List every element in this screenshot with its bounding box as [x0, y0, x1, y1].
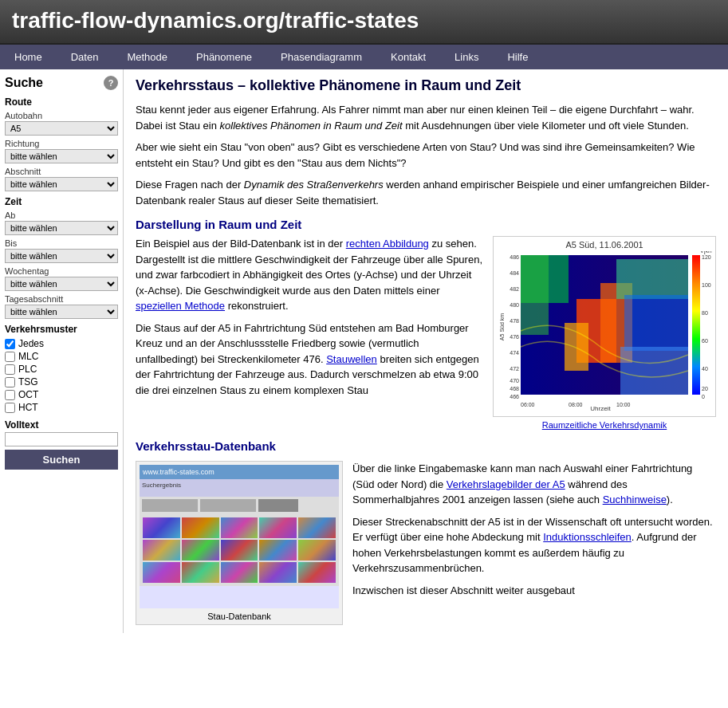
induktionsschleifen-link[interactable]: Induktionsschleifen — [543, 531, 632, 543]
db-thumb-4 — [259, 517, 297, 538]
verkehrsmuster-label: Verkehrsmuster — [5, 324, 118, 335]
sidebar-search-header: Suche ? — [5, 76, 118, 90]
section1-title: Darstellung in Raum und Zeit — [136, 218, 716, 231]
checkbox-plc-label: PLC — [18, 364, 37, 375]
traffic-chart-svg: 486 484 482 480 478 476 474 472 470 468 … — [497, 251, 712, 411]
db-thumb-2 — [182, 517, 219, 538]
checkbox-mlc-label: MLC — [18, 351, 38, 362]
section1-content: Ein Beispiel aus der Bild-Datenbank ist … — [136, 236, 716, 430]
svg-text:478: 478 — [510, 318, 519, 324]
section1-para2: Die Staus auf der A5 in Fahrtrichtung Sü… — [136, 321, 483, 399]
checkbox-jedes: Jedes — [5, 338, 118, 349]
intro-para3: Diese Fragen nach der Dynamik des Straße… — [136, 177, 716, 208]
svg-text:484: 484 — [510, 270, 519, 276]
db-caption: Stau-Datenbank — [140, 612, 339, 621]
db-para3: Inzwischen ist dieser Abschnitt weiter a… — [352, 583, 716, 599]
stauwellen-link[interactable]: Stauwellen — [326, 353, 377, 365]
svg-text:470: 470 — [510, 378, 519, 384]
db-thumb-14 — [259, 562, 297, 583]
nav-hilfe[interactable]: Hilfe — [493, 45, 542, 69]
db-control1 — [142, 499, 198, 512]
spezielle-methode-link[interactable]: speziellen Methode — [136, 300, 225, 312]
nav-methode[interactable]: Methode — [112, 45, 182, 69]
chart-svg-wrapper: 486 484 482 480 478 476 474 472 470 468 … — [497, 251, 712, 413]
ab-select[interactable]: bitte wählen — [5, 221, 118, 235]
db-thumbnail-grid — [140, 514, 339, 586]
svg-text:60: 60 — [702, 338, 708, 344]
db-search-bar: Suchergebnis — [140, 479, 339, 497]
svg-text:486: 486 — [510, 254, 519, 260]
volltext-input[interactable] — [5, 432, 118, 446]
svg-text:40: 40 — [702, 366, 708, 372]
richtung-label: Richtung — [5, 139, 118, 148]
checkbox-plc-input[interactable] — [5, 364, 15, 375]
db-para2: Dieser Streckenabschnitt der A5 ist in d… — [352, 514, 716, 576]
checkbox-hct-input[interactable] — [5, 403, 15, 413]
svg-rect-7 — [616, 259, 688, 299]
db-thumb-5 — [298, 517, 336, 538]
nav-links[interactable]: Links — [440, 45, 493, 69]
suchen-button[interactable]: Suchen — [5, 450, 118, 470]
db-thumb-13 — [221, 562, 258, 583]
rechten-abbildung-link[interactable]: rechten Abbildung — [346, 238, 429, 250]
checkbox-tsg-label: TSG — [18, 376, 38, 387]
section2-content: www.traffic-states.com Suchergebnis — [136, 461, 716, 625]
checkbox-plc: PLC — [5, 364, 118, 375]
svg-text:476: 476 — [510, 334, 519, 340]
svg-text:468: 468 — [510, 386, 519, 391]
svg-text:466: 466 — [510, 394, 519, 399]
checkbox-jedes-label: Jedes — [18, 338, 44, 349]
nav-phasendiagramm[interactable]: Phasendiagramm — [266, 45, 376, 69]
svg-text:20: 20 — [702, 386, 708, 391]
svg-rect-8 — [624, 295, 688, 351]
svg-text:482: 482 — [510, 286, 519, 292]
main-nav: Home Daten Methode Phänomene Phasendiagr… — [0, 45, 728, 69]
wochentag-select[interactable]: bitte wählen — [5, 277, 118, 291]
page-title: Verkehrsstaus – kollektive Phänomene in … — [136, 77, 716, 94]
section2-text: Über die linke Eingabemaske kann man nac… — [352, 461, 716, 625]
chart-caption[interactable]: Raumzeitliche Verkehrsdynamik — [493, 420, 716, 430]
help-icon[interactable]: ? — [104, 76, 118, 90]
nav-phaenomene[interactable]: Phänomene — [182, 45, 266, 69]
svg-rect-6 — [565, 323, 588, 371]
svg-rect-3 — [521, 255, 549, 335]
chart-container: A5 Süd, 11.06.2001 — [493, 236, 716, 417]
verkehrslagebilder-link[interactable]: Verkehrslagebilder der A5 — [447, 478, 565, 490]
bis-label: Bis — [5, 238, 118, 248]
zeit-section-label: Zeit — [5, 196, 118, 207]
db-thumb-11 — [143, 562, 180, 583]
nav-home[interactable]: Home — [0, 45, 57, 69]
verkehrsmuster-checkboxes: Jedes MLC PLC TSG OCT HCT — [5, 338, 118, 413]
sidebar: Suche ? Route Autobahn A5 Richtung bitte… — [0, 69, 124, 633]
tagesabschnitt-select[interactable]: bitte wählen — [5, 305, 118, 319]
svg-text:Uhrzeit: Uhrzeit — [590, 405, 611, 411]
checkbox-mlc: MLC — [5, 351, 118, 362]
suchhinweise-link[interactable]: Suchhinweise — [603, 494, 667, 505]
svg-text:120: 120 — [702, 254, 711, 260]
checkbox-jedes-input[interactable] — [5, 339, 15, 349]
db-thumb-1 — [143, 517, 180, 538]
checkbox-oct-input[interactable] — [5, 390, 15, 400]
db-control3 — [258, 499, 298, 512]
autobahn-select[interactable]: A5 — [5, 121, 118, 136]
checkbox-mlc-input[interactable] — [5, 352, 15, 362]
checkbox-hct-label: HCT — [18, 402, 38, 413]
site-header: traffic-flow-dynamics.org/traffic-states — [0, 0, 728, 45]
svg-text:10:00: 10:00 — [616, 402, 631, 407]
section2-title: Verkehrsstau-Datenbank — [136, 439, 716, 453]
richtung-select[interactable]: bitte wählen — [5, 149, 118, 163]
db-screenshot-header: www.traffic-states.com — [140, 465, 339, 479]
svg-text:474: 474 — [510, 350, 519, 356]
nav-kontakt[interactable]: Kontakt — [376, 45, 440, 69]
bis-select[interactable]: bitte wählen — [5, 249, 118, 263]
svg-text:480: 480 — [510, 302, 519, 308]
svg-text:100: 100 — [702, 282, 711, 288]
nav-daten[interactable]: Daten — [57, 45, 113, 69]
abschnitt-select[interactable]: bitte wählen — [5, 177, 118, 191]
checkbox-oct-label: OCT — [18, 389, 38, 400]
checkbox-tsg-input[interactable] — [5, 377, 15, 387]
db-screenshot: www.traffic-states.com Suchergebnis — [140, 465, 339, 608]
svg-rect-9 — [620, 347, 688, 395]
db-screenshot-url: www.traffic-states.com — [143, 468, 214, 476]
section1-text: Ein Beispiel aus der Bild-Datenbank ist … — [136, 236, 483, 430]
